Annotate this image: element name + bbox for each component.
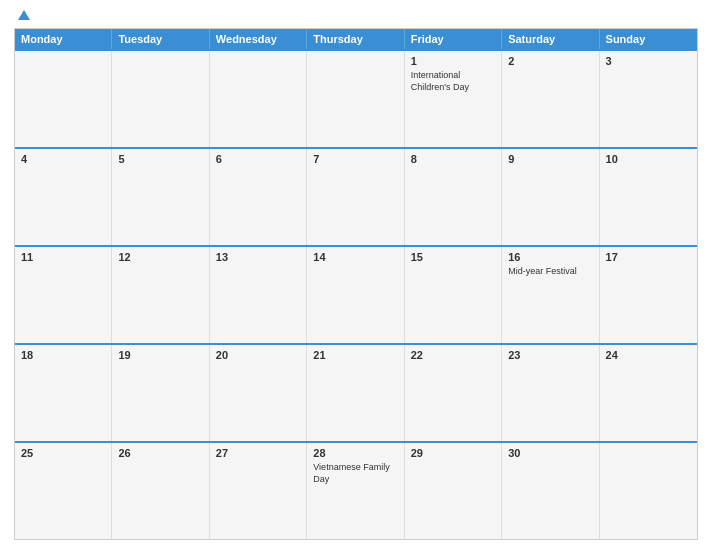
day-header-monday: Monday [15, 29, 112, 49]
logo-blue-area [14, 10, 30, 20]
day-number: 28 [313, 447, 397, 459]
day-cell: 14 [307, 247, 404, 343]
day-cell: 29 [405, 443, 502, 539]
day-cell: 25 [15, 443, 112, 539]
day-cell: 21 [307, 345, 404, 441]
day-cell [210, 51, 307, 147]
day-cell: 28Vietnamese Family Day [307, 443, 404, 539]
day-number: 19 [118, 349, 202, 361]
logo [14, 10, 30, 20]
day-cell: 9 [502, 149, 599, 245]
day-cell: 8 [405, 149, 502, 245]
day-number: 13 [216, 251, 300, 263]
day-number: 27 [216, 447, 300, 459]
day-cell: 13 [210, 247, 307, 343]
day-header-friday: Friday [405, 29, 502, 49]
day-number: 5 [118, 153, 202, 165]
week-row-1: 1International Children's Day23 [15, 49, 697, 147]
day-cell: 1International Children's Day [405, 51, 502, 147]
page: MondayTuesdayWednesdayThursdayFridaySatu… [0, 0, 712, 550]
day-cell: 19 [112, 345, 209, 441]
week-row-3: 111213141516Mid-year Festival17 [15, 245, 697, 343]
day-cell: 23 [502, 345, 599, 441]
logo-triangle-icon [18, 10, 30, 20]
day-number: 25 [21, 447, 105, 459]
day-cell: 30 [502, 443, 599, 539]
day-cell: 22 [405, 345, 502, 441]
week-row-2: 45678910 [15, 147, 697, 245]
day-cell: 15 [405, 247, 502, 343]
day-number: 17 [606, 251, 691, 263]
day-cell: 5 [112, 149, 209, 245]
day-cell: 18 [15, 345, 112, 441]
day-cell: 10 [600, 149, 697, 245]
day-number: 22 [411, 349, 495, 361]
day-cell: 7 [307, 149, 404, 245]
day-number: 26 [118, 447, 202, 459]
day-number: 18 [21, 349, 105, 361]
day-number: 9 [508, 153, 592, 165]
day-number: 20 [216, 349, 300, 361]
day-cell [307, 51, 404, 147]
day-cell: 17 [600, 247, 697, 343]
day-number: 3 [606, 55, 691, 67]
day-header-saturday: Saturday [502, 29, 599, 49]
header [14, 10, 698, 20]
day-number: 4 [21, 153, 105, 165]
day-cell [112, 51, 209, 147]
day-number: 30 [508, 447, 592, 459]
day-header-sunday: Sunday [600, 29, 697, 49]
event-label: Mid-year Festival [508, 266, 592, 278]
day-number: 11 [21, 251, 105, 263]
day-number: 29 [411, 447, 495, 459]
calendar-body: 1International Children's Day23456789101… [15, 49, 697, 539]
event-label: International Children's Day [411, 70, 495, 93]
day-number: 6 [216, 153, 300, 165]
week-row-4: 18192021222324 [15, 343, 697, 441]
week-row-5: 25262728Vietnamese Family Day2930 [15, 441, 697, 539]
day-header-tuesday: Tuesday [112, 29, 209, 49]
day-cell: 2 [502, 51, 599, 147]
day-cell: 12 [112, 247, 209, 343]
day-cell: 16Mid-year Festival [502, 247, 599, 343]
day-number: 24 [606, 349, 691, 361]
day-number: 2 [508, 55, 592, 67]
day-number: 10 [606, 153, 691, 165]
event-label: Vietnamese Family Day [313, 462, 397, 485]
day-number: 8 [411, 153, 495, 165]
day-cell: 27 [210, 443, 307, 539]
day-header-wednesday: Wednesday [210, 29, 307, 49]
day-cell: 20 [210, 345, 307, 441]
day-number: 21 [313, 349, 397, 361]
day-headers-row: MondayTuesdayWednesdayThursdayFridaySatu… [15, 29, 697, 49]
day-number: 7 [313, 153, 397, 165]
day-cell: 11 [15, 247, 112, 343]
day-cell [15, 51, 112, 147]
day-number: 1 [411, 55, 495, 67]
day-cell [600, 443, 697, 539]
day-header-thursday: Thursday [307, 29, 404, 49]
day-cell: 24 [600, 345, 697, 441]
day-number: 16 [508, 251, 592, 263]
day-number: 23 [508, 349, 592, 361]
day-number: 15 [411, 251, 495, 263]
day-number: 12 [118, 251, 202, 263]
calendar: MondayTuesdayWednesdayThursdayFridaySatu… [14, 28, 698, 540]
day-cell: 3 [600, 51, 697, 147]
day-cell: 4 [15, 149, 112, 245]
day-cell: 26 [112, 443, 209, 539]
day-number: 14 [313, 251, 397, 263]
day-cell: 6 [210, 149, 307, 245]
